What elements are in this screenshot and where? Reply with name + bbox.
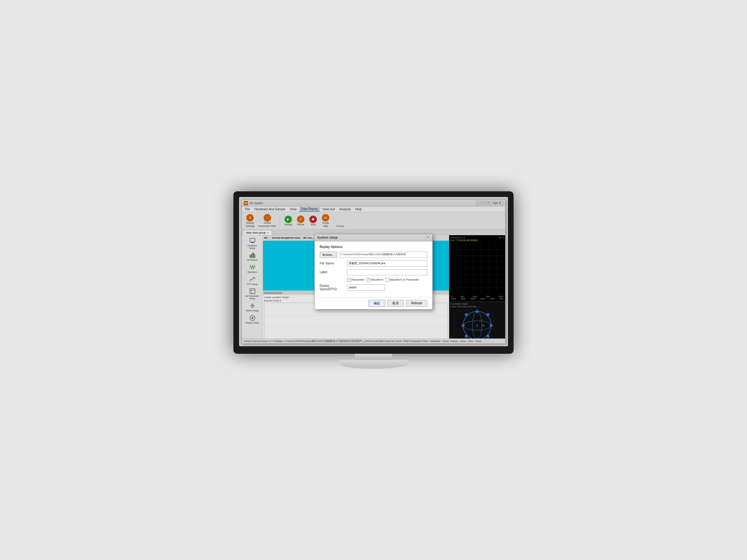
modal-close-button[interactable]: ✕ <box>426 236 430 240</box>
parameter-checkbox-label: Parameter <box>352 278 364 281</box>
replay-speed-label: Replay Speed(FPS) <box>320 284 344 291</box>
file-name-label: File Name <box>320 262 344 265</box>
browse-path: C:\Users\13702\Desktop\项目\1000方储罐数据\大鸟斯热… <box>340 252 427 258</box>
waveform-checkbox[interactable]: ✓ <box>366 278 370 282</box>
replay-speed-row: Replay Speed(FPS) <box>320 284 427 291</box>
screen: AE AE System ─ □ ✕ Style ▼ File Hardware… <box>239 197 508 346</box>
waveform-to-param-label: Waveform to Parameter <box>390 278 419 281</box>
modal-title-bar: System setup ✕ <box>315 234 432 241</box>
cancel-button[interactable]: 取消 <box>387 300 404 307</box>
modal-section-title: Replay Options <box>320 245 427 248</box>
label-label: Label <box>320 270 344 274</box>
monitor: AE AE System ─ □ ✕ Style ▼ File Hardware… <box>233 191 514 369</box>
file-name-row: File Name <box>320 260 427 267</box>
modal-title: System setup <box>317 236 337 239</box>
monitor-screen: AE AE System ─ □ ✕ Style ▼ File Hardware… <box>233 191 514 354</box>
browse-row: Browse... C:\Users\13702\Desktop\项目\1000… <box>320 252 427 258</box>
app-window: AE AE System ─ □ ✕ Style ▼ File Hardware… <box>241 199 506 344</box>
modal-footer: 确定 取消 Refresh <box>315 297 432 309</box>
label-row: Label <box>320 269 427 275</box>
waveform-to-param-checkbox[interactable]: ✓ <box>385 278 389 282</box>
ok-button[interactable]: 确定 <box>368 300 385 307</box>
monitor-stand-top <box>355 354 392 360</box>
monitor-stand-base <box>339 360 408 369</box>
modal-body: Replay Options Browse... C:\Users\13702\… <box>315 241 432 297</box>
browse-button[interactable]: Browse... <box>320 252 337 258</box>
system-setup-modal: System setup ✕ Replay Options Browse... … <box>314 234 433 310</box>
refresh-button[interactable]: Refresh <box>406 300 427 307</box>
label-input[interactable] <box>347 269 427 275</box>
parameter-checkbox-item[interactable]: ✓ Parameter <box>347 278 364 282</box>
parameter-checkbox[interactable]: ✓ <box>347 278 351 282</box>
waveform-checkbox-item[interactable]: ✓ Waveform <box>366 278 383 282</box>
checkbox-row: ✓ Parameter ✓ Waveform ✓ Waveform to Par… <box>320 278 427 282</box>
waveform-to-param-checkbox-item[interactable]: ✓ Waveform to Parameter <box>385 278 419 282</box>
file-name-input[interactable] <box>347 260 427 267</box>
modal-overlay: System setup ✕ Replay Options Browse... … <box>242 200 505 344</box>
waveform-checkbox-label: Waveform <box>371 278 383 281</box>
replay-speed-input[interactable] <box>347 284 385 291</box>
